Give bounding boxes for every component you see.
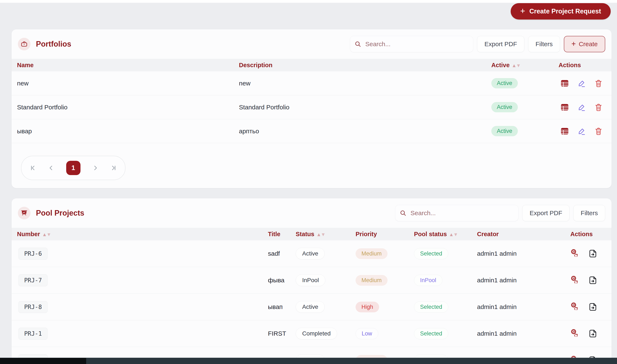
search-icon	[399, 209, 407, 217]
trash-icon	[594, 79, 603, 88]
project-number-badge: PRJ-6	[18, 248, 47, 260]
pen-icon	[577, 79, 586, 88]
portfolios-card: Portfolios Export PDF Filters + Create N…	[12, 29, 612, 188]
column-header-pool-status[interactable]: Pool status▲▼	[414, 231, 477, 238]
table-row[interactable]: PRJ-6 sadf Active Medium Selected admin1…	[12, 240, 612, 267]
pool-projects-search	[395, 205, 519, 221]
project-number-badge: PRJ-1	[18, 328, 47, 340]
portfolios-search-input[interactable]	[365, 40, 469, 48]
first-page-button[interactable]	[28, 164, 36, 172]
open-document-button[interactable]	[588, 329, 598, 338]
review-button[interactable]	[570, 248, 580, 259]
prev-page-button[interactable]	[47, 164, 55, 172]
pool-projects-title: Pool Projects	[36, 209, 84, 218]
table-row[interactable]: PRJ-7 фыва InPool Medium InPool admin1 a…	[12, 267, 612, 294]
current-page-button[interactable]: 1	[66, 161, 81, 175]
pen-icon	[577, 103, 586, 112]
column-header-priority: Priority	[356, 231, 414, 238]
priority-badge: Medium	[356, 275, 387, 286]
view-table-button[interactable]	[560, 103, 569, 112]
first-page-icon	[28, 164, 36, 172]
pool-projects-export-pdf-button[interactable]: Export PDF	[522, 205, 570, 221]
bottom-bar	[0, 358, 617, 364]
table-row[interactable]: PRJ-1 FIRST Completed Low Selected admin…	[12, 320, 612, 347]
table-row[interactable]: new new Active	[12, 71, 612, 95]
portfolios-create-button[interactable]: + Create	[564, 36, 605, 52]
trash-icon	[594, 103, 603, 112]
export-pdf-label: Export PDF	[530, 209, 562, 217]
document-arrow-icon	[588, 302, 598, 312]
magnifier-hand-icon	[570, 275, 580, 286]
portfolios-export-pdf-button[interactable]: Export PDF	[477, 36, 524, 52]
table-row[interactable]: Standard Portfolio Standard Portfolio Ac…	[12, 95, 612, 119]
edit-button[interactable]	[577, 103, 586, 112]
table-grid-icon	[560, 127, 569, 136]
review-button[interactable]	[570, 301, 580, 312]
edit-button[interactable]	[577, 127, 586, 136]
document-arrow-icon	[588, 329, 598, 338]
portfolios-search	[350, 36, 473, 52]
review-button[interactable]	[570, 328, 580, 339]
project-number-badge: PRJ-8	[18, 301, 47, 313]
view-table-button[interactable]	[560, 127, 569, 136]
column-header-actions: Actions	[553, 231, 612, 238]
priority-badge: High	[356, 302, 379, 312]
project-title: ывап	[268, 303, 296, 311]
column-header-creator: Creator	[477, 231, 553, 238]
status-badge: Active	[491, 126, 518, 136]
pool-projects-search-input[interactable]	[410, 209, 514, 217]
priority-badge: Low	[356, 328, 378, 339]
magnifier-hand-icon	[570, 328, 580, 339]
pagination: 1	[21, 156, 125, 180]
column-header-number[interactable]: Number▲▼	[12, 231, 268, 238]
status-badge: Active	[491, 78, 518, 88]
pool-status-badge: Selected	[414, 328, 448, 339]
pool-projects-filters-button[interactable]: Filters	[573, 205, 605, 221]
column-header-active[interactable]: Active▲▼	[491, 62, 551, 69]
create-project-request-button[interactable]: + Create Project Request	[511, 3, 611, 20]
column-header-name: Name	[12, 62, 239, 69]
window-top-strip	[0, 0, 617, 3]
project-title: FIRST	[268, 330, 296, 337]
table-row[interactable]: PRJ-8 ывап Active High Selected admin1 a…	[12, 294, 612, 320]
export-pdf-label: Export PDF	[484, 40, 517, 48]
filters-label: Filters	[535, 40, 553, 48]
plus-icon: +	[571, 40, 576, 48]
open-document-button[interactable]	[588, 302, 598, 312]
search-icon	[354, 40, 361, 48]
sort-arrows-icon[interactable]: ▲▼	[316, 232, 325, 237]
sort-arrows-icon[interactable]: ▲▼	[42, 232, 51, 237]
table-grid-icon	[560, 103, 569, 112]
status-badge: Active	[296, 301, 325, 313]
pool-projects-card: Pool Projects Export PDF Filters Number▲…	[12, 198, 612, 364]
open-document-button[interactable]	[588, 249, 598, 259]
magnifier-hand-icon	[570, 248, 580, 259]
view-table-button[interactable]	[560, 79, 569, 88]
next-page-icon	[92, 164, 99, 172]
delete-button[interactable]	[594, 79, 603, 88]
last-page-button[interactable]	[110, 164, 118, 172]
delete-button[interactable]	[594, 127, 603, 136]
sort-arrows-icon[interactable]: ▲▼	[449, 232, 458, 237]
delete-button[interactable]	[594, 103, 603, 112]
edit-button[interactable]	[577, 79, 586, 88]
pen-icon	[577, 127, 586, 136]
next-page-button[interactable]	[92, 164, 99, 172]
portfolios-filters-button[interactable]: Filters	[528, 36, 560, 52]
portfolio-description: new	[239, 80, 491, 87]
sort-arrows-icon[interactable]: ▲▼	[512, 63, 521, 68]
table-grid-icon	[560, 79, 569, 88]
portfolios-table-header: Name Description Active▲▼ Actions	[12, 59, 612, 71]
column-header-status[interactable]: Status▲▼	[296, 231, 356, 238]
column-header-actions: Actions	[551, 62, 612, 69]
table-row[interactable]: ывар арптьо Active	[12, 119, 612, 143]
column-header-description: Description	[239, 62, 491, 69]
briefcase-icon	[18, 38, 30, 50]
creator: admin1 admin	[477, 303, 553, 311]
status-badge: InPool	[296, 274, 325, 286]
open-document-button[interactable]	[588, 275, 598, 285]
column-header-title: Title	[268, 231, 296, 238]
magnifier-hand-icon	[570, 301, 580, 312]
create-label: Create	[579, 40, 598, 48]
review-button[interactable]	[570, 275, 580, 286]
